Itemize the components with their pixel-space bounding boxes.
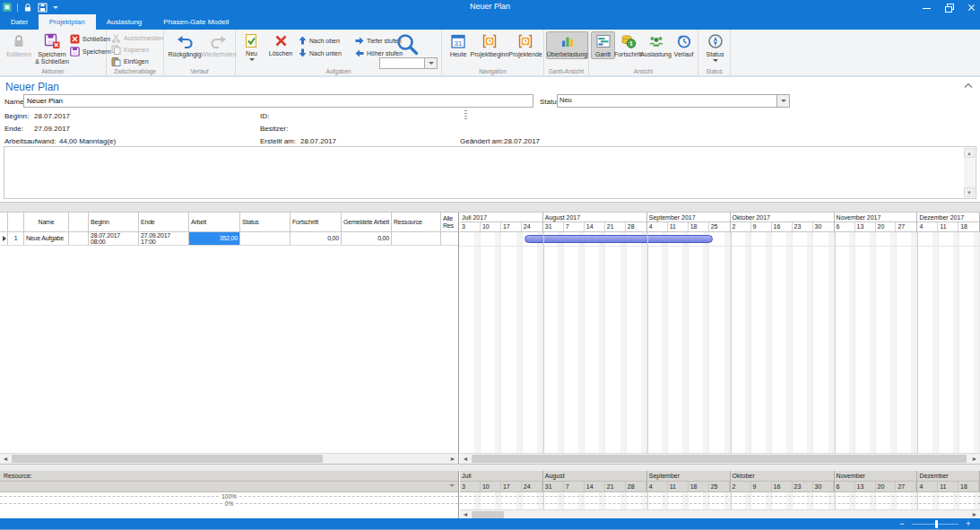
projektende-button[interactable]: Projektende xyxy=(507,31,543,59)
scroll-right-arrow-icon[interactable]: ► xyxy=(447,454,458,464)
cell-ende[interactable]: 27.09.2017 17:00 xyxy=(139,232,189,245)
restore-button[interactable] xyxy=(944,3,954,13)
cell-ressource[interactable] xyxy=(392,232,441,245)
tab-auslastung[interactable]: Auslastung xyxy=(96,14,153,30)
projektbeginn-button[interactable]: Projektbeginn xyxy=(470,31,509,59)
collapse-chevron-icon[interactable] xyxy=(964,83,973,89)
nach-unten-button[interactable]: Nach unten xyxy=(299,48,342,58)
gantt-row-separator xyxy=(460,246,980,247)
ausschneiden-button[interactable]: Ausschneiden xyxy=(111,32,163,43)
group-label-status: Status xyxy=(698,68,730,74)
notes-textarea[interactable]: ▲ ▼ xyxy=(4,146,976,199)
resource-scroll-thumb[interactable] xyxy=(472,511,504,518)
cell-name[interactable]: Neue Aufgabe xyxy=(24,232,69,245)
speichern-schliessen-button[interactable]: Speichern & Schließen xyxy=(34,31,70,65)
column-header-gemeldete-arbeit[interactable]: Gemeldete Arbeit xyxy=(342,213,392,231)
timeline-week: 4 xyxy=(917,222,938,231)
column-header-alle-res[interactable]: Alle Res xyxy=(441,213,458,231)
cell-fortschritt[interactable]: 0,00 xyxy=(291,232,342,245)
kopieren-button[interactable]: Kopieren xyxy=(111,44,149,55)
resource-h-scrollbar[interactable]: ◄ ► xyxy=(460,509,980,518)
zoom-slider[interactable] xyxy=(912,518,958,530)
scroll-down-arrow-icon[interactable]: ▼ xyxy=(964,187,975,197)
einfuegen-button[interactable]: Einfügen xyxy=(111,56,149,66)
editieren-button[interactable]: Editieren xyxy=(2,31,36,59)
ueberbelastung-button[interactable]: Überbelastung xyxy=(546,31,588,59)
task-search-value[interactable] xyxy=(380,58,424,68)
loeschen-button[interactable]: Löschen xyxy=(265,31,297,58)
column-header-ende[interactable]: Ende xyxy=(139,213,189,231)
resource-gridline xyxy=(460,496,980,497)
speichern-button[interactable]: Speichern xyxy=(70,46,111,56)
timeline-week: 20 xyxy=(876,222,897,231)
resource-chart-left: 100% 0% xyxy=(0,492,458,509)
nach-oben-button[interactable]: Nach oben xyxy=(299,35,340,46)
zoom-out-button[interactable]: − xyxy=(898,518,906,530)
cell-blank[interactable] xyxy=(69,232,89,245)
form-table-splitter[interactable] xyxy=(0,202,980,213)
column-header-ressource[interactable]: Ressource xyxy=(392,213,441,231)
scroll-right-arrow-icon[interactable]: ► xyxy=(969,454,980,464)
column-header-arbeit[interactable]: Arbeit xyxy=(189,213,240,231)
zoom-slider-handle[interactable] xyxy=(935,520,938,528)
table-h-scrollbar[interactable]: ◄ ► xyxy=(0,453,458,464)
status-value[interactable]: Neu xyxy=(558,95,776,107)
gantt-scroll-thumb[interactable] xyxy=(472,455,967,463)
scroll-left-arrow-icon[interactable]: ◄ xyxy=(0,454,11,464)
cell-alle-res[interactable] xyxy=(441,232,458,245)
chevron-down-icon[interactable] xyxy=(449,484,455,490)
gantt-bar[interactable] xyxy=(525,235,713,243)
resource-splitter[interactable] xyxy=(0,464,980,471)
scroll-left-arrow-icon[interactable]: ◄ xyxy=(460,454,471,464)
column-header-beginn[interactable]: Beginn xyxy=(89,213,139,231)
neu-dropdown-caret-icon[interactable] xyxy=(249,58,255,64)
resource-selector-row[interactable] xyxy=(0,482,458,492)
resource-100-line: 100% xyxy=(0,493,458,500)
timeline-week: 27 xyxy=(896,482,916,491)
schliessen-button[interactable]: Schließen xyxy=(70,33,110,44)
minimize-button[interactable] xyxy=(922,3,932,13)
search-icon[interactable] xyxy=(395,32,420,56)
timeline-week: 3 xyxy=(460,222,481,231)
gantt-button[interactable]: Gantt xyxy=(591,31,615,59)
wiederholen-button[interactable]: Wiederholen xyxy=(201,33,237,59)
close-button[interactable] xyxy=(967,3,976,13)
verlauf-ansicht-button[interactable]: Verlauf xyxy=(670,31,698,59)
status-dropdown-caret-icon[interactable] xyxy=(713,59,718,65)
rueckgaengig-button[interactable]: Rückgängig xyxy=(167,33,203,59)
timeline-week: 14 xyxy=(585,222,605,231)
tiefer-stufen-button[interactable]: Tiefer stufen xyxy=(355,35,402,46)
name-input[interactable] xyxy=(23,94,533,108)
status-button[interactable]: Status xyxy=(700,31,730,65)
cell-beginn[interactable]: 28.07.2017 08:00 xyxy=(89,232,139,245)
status-dropdown-button[interactable] xyxy=(776,95,789,107)
form-splitter-handle[interactable] xyxy=(464,110,467,120)
timeline-week: 23 xyxy=(793,222,813,231)
column-header-fortschritt[interactable]: Fortschritt xyxy=(291,213,342,231)
timeline-month: August 2017317142128 xyxy=(543,213,647,232)
task-table-pane: Name Beginn Ende Arbeit Status Fortschri… xyxy=(0,213,459,464)
table-scroll-thumb[interactable] xyxy=(12,455,323,463)
fortschritt-button[interactable]: Fortschritt xyxy=(614,31,642,59)
column-header-blank[interactable] xyxy=(69,213,89,231)
tab-projektplan[interactable]: Projektplan xyxy=(39,14,96,30)
scroll-up-arrow-icon[interactable]: ▲ xyxy=(964,148,975,158)
cell-arbeit-selected[interactable]: 352,00 xyxy=(189,232,240,245)
heute-button[interactable]: 31 Heute xyxy=(445,31,472,59)
task-search-dropdown-button[interactable] xyxy=(424,58,437,68)
tab-datei[interactable]: Datei xyxy=(0,14,39,30)
id-label: ID: xyxy=(260,112,269,120)
status-combobox[interactable]: Neu xyxy=(557,94,790,108)
history-clock-icon xyxy=(676,33,692,49)
cell-gemeldete-arbeit[interactable]: 0,00 xyxy=(342,232,392,245)
column-header-status[interactable]: Status xyxy=(240,213,291,231)
row-number[interactable]: 1 xyxy=(8,232,24,245)
zoom-in-button[interactable]: + xyxy=(964,518,973,530)
gantt-h-scrollbar[interactable]: ◄ ► xyxy=(460,453,980,464)
column-header-name[interactable]: Name xyxy=(24,213,69,231)
neu-button[interactable]: Neu xyxy=(238,31,265,65)
auslastung-button[interactable]: Auslastung xyxy=(640,31,672,59)
cell-status[interactable] xyxy=(240,232,291,245)
tab-phasen-gate-modell[interactable]: Phasen-Gate Modell xyxy=(152,14,239,30)
notes-scrollbar[interactable]: ▲ ▼ xyxy=(964,148,975,197)
